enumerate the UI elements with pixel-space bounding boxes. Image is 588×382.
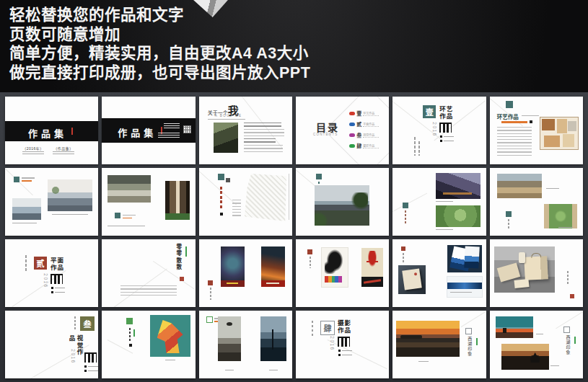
stake	[272, 329, 274, 350]
side-caption	[25, 255, 27, 272]
page-section-2: 贰 平面作品 2016	[5, 239, 98, 307]
poster-title-text	[266, 283, 279, 284]
cover-info-lines	[164, 123, 180, 130]
essay-paragraph	[120, 285, 176, 296]
caption	[269, 370, 278, 373]
portrait-photo	[214, 123, 238, 153]
skyline-silhouette	[400, 335, 422, 339]
logo-chip	[218, 174, 224, 180]
page-section-4: 肆 摄影作品 2016	[296, 311, 389, 378]
lawn	[554, 210, 567, 223]
caption	[450, 292, 472, 295]
project-paragraph	[497, 127, 532, 156]
section-year: 2016	[71, 349, 76, 363]
office-photo	[107, 175, 151, 203]
page-renderings	[392, 168, 486, 236]
cover-band: 作品集	[5, 121, 98, 141]
about-text	[244, 145, 283, 152]
logo-chip	[563, 327, 570, 333]
mountain-photo	[497, 174, 542, 198]
cover-tag-year: （2016年）	[22, 146, 44, 154]
cover-band: 作品集	[102, 118, 195, 143]
logo-chip	[506, 211, 512, 217]
dusk-building-render	[436, 173, 481, 199]
logo-chip	[126, 318, 133, 324]
caption	[418, 361, 429, 364]
page-contents: 目录 CONTENTS 壹 环艺作品 贰 平面作品 叁 视觉作品 肆 摄影作品	[296, 97, 389, 164]
book-cover	[403, 268, 423, 290]
caption	[558, 227, 573, 230]
about-text	[244, 129, 284, 136]
page-essay: 零零散散	[102, 239, 195, 307]
green-caption-bar	[574, 337, 576, 344]
section-number-square: 贰	[34, 257, 47, 270]
flat-box	[496, 263, 519, 283]
page-cover-a: 作品集 （2016年） （作品集）	[5, 97, 98, 164]
logo-chip	[115, 213, 120, 218]
page-landscape-photos	[490, 168, 583, 236]
caption	[107, 226, 145, 228]
thumbnail-area: 作品集 （2016年） （作品集） 作品集 关于一个我 A BOUT ME	[0, 92, 588, 382]
toc-dot-green	[349, 144, 355, 148]
seal-stamp	[180, 277, 184, 281]
caption	[52, 214, 88, 217]
toc-title: 目录	[316, 120, 339, 134]
seal-stamp	[401, 246, 405, 251]
green-caption-bar	[476, 338, 478, 345]
about-text	[244, 123, 281, 127]
square-accent	[220, 213, 223, 216]
card-photo	[447, 277, 482, 297]
cover-red-mark	[71, 128, 73, 135]
page-photography-b: 西湖印象	[490, 311, 583, 378]
promo-image: 轻松替换您的作品和文字 页数可随意增加 简单方便，精装实用，自由更改A4 A3大…	[0, 0, 588, 382]
project-title: 环艺作品	[497, 112, 519, 120]
bullet-row	[440, 140, 454, 142]
qr-code	[183, 125, 191, 133]
interior-photo-small	[12, 198, 41, 220]
floor-plan-room	[542, 119, 555, 130]
logo-chip	[208, 280, 213, 285]
sunset-panorama-photo	[396, 321, 460, 357]
section-number-square: 壹	[423, 105, 436, 118]
logo-chip	[206, 316, 213, 323]
headline-line-4: 做完直接打印成册，也可导出图片放入PPT	[9, 63, 310, 83]
notes-text	[232, 200, 241, 217]
poster-bottom-band	[361, 277, 383, 287]
fold-line	[328, 339, 387, 369]
building-edge	[544, 204, 549, 228]
toc-dot-blue	[349, 123, 355, 126]
caption	[536, 334, 543, 337]
red-figure	[367, 251, 378, 270]
poster-title-band	[261, 280, 285, 287]
toc-item-3: 叁 视觉作品	[349, 131, 379, 138]
toc-subtitle: CONTENTS	[313, 133, 338, 136]
page-about-me: 关于一个我 A BOUT ME	[199, 97, 292, 164]
figure-silhouette	[503, 328, 506, 333]
section-title: 平面作品	[51, 257, 65, 271]
booklet-glyph	[439, 123, 452, 133]
section-number-square: 叁	[80, 316, 95, 331]
section-year: 2016	[43, 273, 48, 288]
page-project-intro: 环艺作品	[490, 97, 583, 164]
toc-item-2: 贰 平面作品	[349, 120, 379, 128]
bag-handle	[531, 253, 541, 259]
toc-dot-purple	[349, 133, 355, 137]
headline-line-1: 轻松替换您的作品和文字	[9, 6, 310, 25]
low-poly-horse	[157, 320, 183, 353]
ink-blob	[325, 249, 345, 274]
section-title: 环艺作品	[439, 105, 454, 120]
horse-artwork	[150, 315, 190, 357]
logo-chip	[506, 101, 513, 108]
caption	[436, 201, 453, 204]
page-movie-posters	[199, 239, 292, 307]
label-line-orange	[22, 180, 32, 182]
section-title: 视觉作品	[74, 335, 83, 360]
side-caption	[74, 316, 76, 331]
rule	[522, 115, 539, 116]
pagoda-silhouette	[529, 352, 542, 363]
fold-line	[461, 311, 486, 327]
building-edge	[572, 204, 577, 228]
vertical-caption	[405, 210, 406, 223]
floor-plan-room	[557, 119, 567, 133]
poster-photo-2	[261, 246, 285, 287]
